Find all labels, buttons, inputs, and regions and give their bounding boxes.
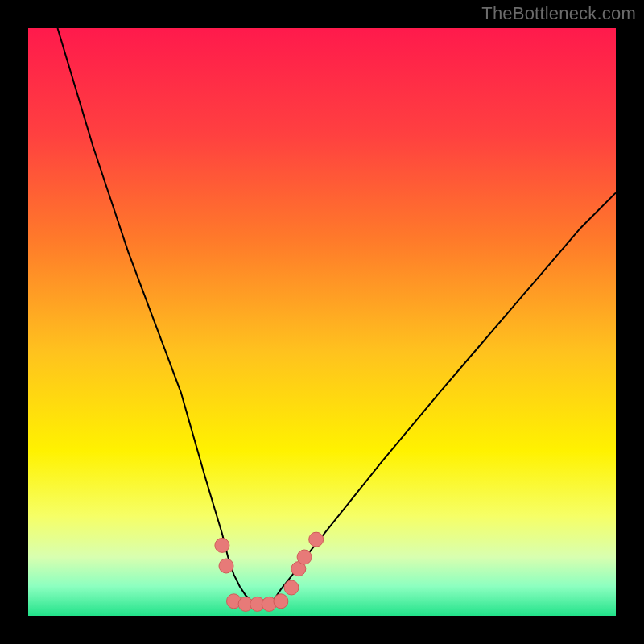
- chart-frame: TheBottleneck.com: [0, 0, 644, 644]
- chart-svg: [28, 28, 616, 616]
- plot-area: [28, 28, 616, 616]
- watermark-text: TheBottleneck.com: [481, 3, 636, 24]
- marker-point: [297, 550, 312, 564]
- chart-background: [28, 28, 616, 616]
- marker-point: [309, 532, 324, 547]
- marker-point: [219, 559, 233, 573]
- marker-point: [274, 594, 288, 609]
- marker-point: [215, 538, 229, 552]
- marker-point: [284, 580, 299, 595]
